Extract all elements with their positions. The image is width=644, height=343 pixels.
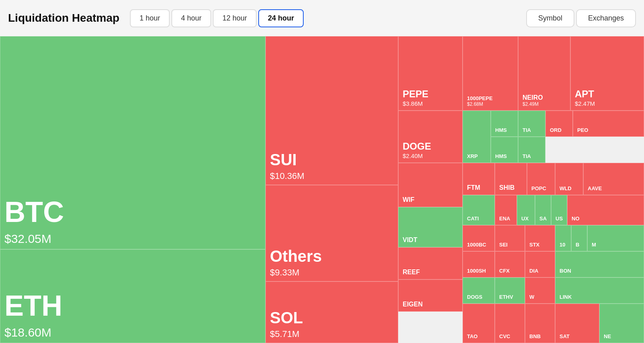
treemap-cell-sol[interactable]: SOL$5.71M: [265, 281, 398, 343]
treemap-cell-bon[interactable]: BON: [555, 251, 644, 277]
treemap-cell-tia2[interactable]: TIA: [518, 137, 545, 163]
cell-name-sat: SAT: [560, 334, 595, 339]
treemap: BTC$32.05METH$18.60MSUI$10.36MOthers$9.3…: [0, 36, 644, 343]
cell-value-doge: $2.40M: [403, 152, 458, 159]
treemap-cell-bnb[interactable]: BNB: [525, 304, 555, 343]
cell-name-ftm: FTM: [467, 184, 490, 191]
treemap-cell-dogs[interactable]: DOGS: [463, 277, 495, 304]
cell-name-reef: REEF: [403, 269, 458, 276]
cell-name-xrp: XRP: [467, 154, 486, 159]
treemap-cell-popc[interactable]: POPC: [527, 163, 555, 195]
cell-name-ne: NE: [604, 334, 640, 339]
cell-value-eth: $18.60M: [4, 326, 261, 339]
treemap-cell-shib[interactable]: SHIB: [495, 163, 527, 195]
treemap-cell-reef[interactable]: REEF: [398, 247, 463, 279]
cell-name-1000pepe: 1000PEPE: [467, 96, 514, 101]
cell-name-sol: SOL: [270, 309, 394, 327]
treemap-cell-1000sh[interactable]: 1000SH: [463, 251, 495, 277]
treemap-cell-m[interactable]: M: [587, 225, 644, 251]
cell-name-apt: APT: [575, 89, 640, 99]
cell-name-dogs: DOGS: [467, 294, 490, 300]
treemap-cell-cati[interactable]: CATI: [463, 195, 495, 225]
cell-name-cfx: CFX: [499, 268, 521, 274]
treemap-cell-hms[interactable]: HMS: [491, 111, 518, 137]
treemap-cell-b[interactable]: B: [571, 225, 587, 251]
cell-name-ethv: ETHV: [499, 294, 521, 300]
filter-4hour[interactable]: 4 hour: [171, 9, 211, 27]
treemap-cell-sei[interactable]: SEI: [495, 225, 525, 251]
cell-name-aave: AAVE: [588, 186, 640, 191]
treemap-cell-ord[interactable]: ORD: [545, 111, 573, 137]
treemap-cell-1000bc[interactable]: 1000BC: [463, 225, 495, 251]
treemap-cell-ena[interactable]: ENA: [495, 195, 517, 225]
exchanges-button[interactable]: Exchanges: [576, 9, 636, 27]
treemap-cell-cfx[interactable]: CFX: [495, 251, 525, 277]
treemap-cell-ux[interactable]: UX: [517, 195, 535, 225]
cell-name-neiro: NEIRO: [523, 94, 566, 101]
header: Liquidation Heatmap 1 hour 4 hour 12 hou…: [0, 0, 644, 36]
time-filter-group: 1 hour 4 hour 12 hour 24 hour: [130, 9, 304, 27]
cell-name-ux: UX: [521, 216, 531, 222]
cell-name-1000sh: 1000SH: [467, 268, 490, 274]
treemap-cell-aave[interactable]: AAVE: [583, 163, 644, 195]
treemap-cell-apt[interactable]: APT$2.47M: [570, 36, 644, 111]
cell-name-eigen: EIGEN: [403, 301, 458, 308]
treemap-cell-pepe[interactable]: PEPE$3.86M: [398, 36, 463, 111]
treemap-cell-xrp[interactable]: XRP: [463, 111, 491, 163]
treemap-cell-no[interactable]: NO: [567, 195, 644, 225]
treemap-cell-link[interactable]: LINK: [555, 277, 644, 304]
cell-name-sa: SA: [539, 216, 547, 222]
cell-name-shib: SHIB: [499, 184, 523, 191]
treemap-cell-sa[interactable]: SA: [535, 195, 551, 225]
treemap-cell-peo[interactable]: PEO: [573, 111, 644, 137]
cell-name-wld: WLD: [560, 186, 579, 191]
treemap-cell-wld[interactable]: WLD: [555, 163, 583, 195]
treemap-cell-w[interactable]: W: [525, 277, 555, 304]
cell-name-tao: TAO: [467, 334, 490, 339]
treemap-cell-tia[interactable]: TIA: [518, 111, 545, 137]
treemap-cell-dia[interactable]: DIA: [525, 251, 555, 277]
cell-name-ord: ORD: [550, 127, 568, 133]
filter-1hour[interactable]: 1 hour: [130, 9, 170, 27]
treemap-cell-ftm[interactable]: FTM: [463, 163, 495, 195]
cell-value-apt: $2.47M: [575, 100, 640, 107]
right-button-group: Symbol Exchanges: [526, 9, 636, 27]
treemap-cell-sat[interactable]: SAT: [555, 304, 599, 343]
cell-name-link: LINK: [560, 294, 640, 300]
cell-name-1000bc: 1000BC: [467, 242, 490, 248]
treemap-cell-sui[interactable]: SUI$10.36M: [265, 36, 398, 185]
cell-name-b: B: [576, 242, 583, 248]
cell-name-bnb: BNB: [529, 334, 551, 339]
cell-name-sui: SUI: [270, 151, 394, 168]
treemap-cell-eigen[interactable]: EIGEN: [398, 279, 463, 312]
filter-24hour[interactable]: 24 hour: [258, 9, 304, 27]
treemap-cell-eth[interactable]: ETH$18.60M: [0, 249, 265, 343]
cell-name-wif: WIF: [403, 196, 458, 203]
treemap-cell-1000pepe[interactable]: 1000PEPE$2.68M: [463, 36, 518, 111]
treemap-cell-doge[interactable]: DOGE$2.40M: [398, 111, 463, 163]
cell-value-btc: $32.05M: [4, 232, 261, 246]
cell-name-ten: 10: [560, 242, 567, 248]
cell-name-us: US: [556, 216, 563, 222]
cell-name-doge: DOGE: [403, 141, 458, 152]
treemap-cell-cvc[interactable]: CVC: [495, 304, 525, 343]
cell-value-1000pepe: $2.68M: [467, 101, 514, 107]
treemap-cell-ethv[interactable]: ETHV: [495, 277, 525, 304]
treemap-cell-others[interactable]: Others$9.33M: [265, 185, 398, 281]
treemap-cell-hms2[interactable]: HMS: [491, 137, 518, 163]
cell-name-stx: STX: [529, 242, 551, 248]
treemap-cell-wif[interactable]: WIF: [398, 163, 463, 207]
treemap-cell-vidt[interactable]: VIDT: [398, 207, 463, 247]
treemap-cell-tao[interactable]: TAO: [463, 304, 495, 343]
symbol-button[interactable]: Symbol: [526, 9, 574, 27]
filter-12hour[interactable]: 12 hour: [213, 9, 257, 27]
treemap-cell-ne[interactable]: NE: [599, 304, 644, 343]
cell-name-vidt: VIDT: [403, 236, 458, 244]
cell-name-btc: BTC: [4, 196, 261, 228]
treemap-cell-stx[interactable]: STX: [525, 225, 555, 251]
treemap-cell-us[interactable]: US: [551, 195, 567, 225]
cell-name-hms2: HMS: [495, 154, 514, 159]
treemap-cell-ten[interactable]: 10: [555, 225, 571, 251]
treemap-cell-btc[interactable]: BTC$32.05M: [0, 36, 265, 249]
treemap-cell-neiro[interactable]: NEIRO$2.49M: [518, 36, 570, 111]
